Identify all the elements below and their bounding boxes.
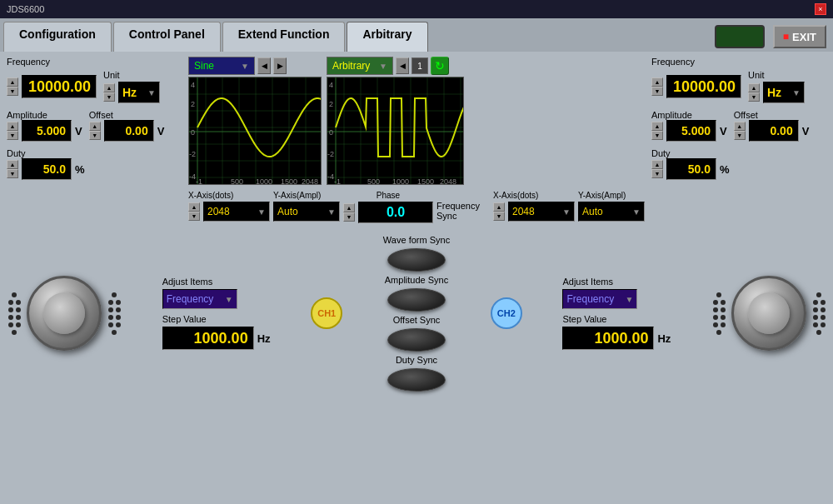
ch1-step-row: 1000.00 Hz [162, 327, 271, 350]
ch2-amp-unit: V [720, 125, 727, 137]
ch1-knob[interactable] [27, 276, 102, 351]
phase-up[interactable]: ▲ [343, 203, 355, 212]
sine-nav-left[interactable]: ◀ [257, 57, 271, 74]
ampl-sync-btn[interactable] [387, 288, 446, 312]
ch2-unit-spinbox[interactable]: ▲ ▼ [748, 83, 760, 102]
ch2-duty-spinbox[interactable]: ▲ ▼ [651, 160, 663, 178]
ch2-freq-display: 10000.00 [666, 75, 741, 98]
phase-spinbox[interactable]: ▲ ▼ [343, 203, 355, 222]
ch1-amp-up[interactable]: ▲ [7, 122, 18, 131]
ch1-duty-row: ▲ ▼ 50.0 % [7, 158, 182, 180]
ch2-step-unit: Hz [657, 332, 671, 345]
ch1-duty-spinbox[interactable]: ▲ ▼ [7, 160, 18, 178]
ch1-offset-spinbox[interactable]: ▲ ▼ [89, 122, 101, 140]
ch2-yaxis-selector[interactable]: Auto ▼ [578, 202, 645, 222]
ch1-offset-label: Offset [89, 110, 165, 120]
tab-control-panel[interactable]: Control Panel [113, 22, 221, 52]
ch1-freq-down[interactable]: ▼ [7, 87, 18, 96]
ch2-unit-up[interactable]: ▲ [748, 83, 760, 92]
ch2-knob-area [711, 276, 826, 351]
ch1-amp-spinbox[interactable]: ▲ ▼ [7, 122, 18, 140]
ch1-freq-display: 10000.00 [22, 75, 97, 98]
ch1-xaxis-down[interactable]: ▼ [188, 212, 200, 221]
ch2-xaxis-down[interactable]: ▼ [493, 212, 505, 221]
sine-nav-right[interactable]: ▶ [273, 57, 287, 74]
ch2-amp-spinbox[interactable]: ▲ ▼ [651, 122, 663, 140]
ch2-adjust-selector[interactable]: Frequency ▼ [562, 289, 637, 309]
ch2-offset-down[interactable]: ▼ [734, 131, 746, 140]
ch2-duty-down[interactable]: ▼ [651, 169, 663, 178]
arb-refresh-btn[interactable]: ↻ [431, 57, 449, 75]
content-area: Frequency ▲ ▼ 10000.00 Unit ▲ ▼ [0, 52, 833, 400]
ch2-freq-down[interactable]: ▼ [651, 87, 663, 96]
ch2-adjust-panel: Adjust Items Frequency ▼ [562, 277, 671, 309]
ch2-offset-up[interactable]: ▲ [734, 122, 746, 131]
ch2-yaxis-panel: Y-Axis(Ampl) Auto ▼ [578, 191, 645, 222]
arb-nav-left[interactable]: ◀ [396, 57, 409, 74]
ch2-duty-up[interactable]: ▲ [651, 160, 663, 169]
ch2-yaxis-label: Y-Axis(Ampl) [578, 191, 645, 200]
ch2-amp-up[interactable]: ▲ [651, 122, 663, 131]
phase-down[interactable]: ▼ [343, 212, 355, 222]
tab-configuration[interactable]: Configuration [3, 22, 112, 52]
ch1-unit-spinbox[interactable]: ▲ ▼ [103, 83, 115, 102]
ch1-amp-down[interactable]: ▼ [7, 131, 18, 140]
ch2-unit-down[interactable]: ▼ [748, 92, 760, 102]
ch2-xaxis-spinbox[interactable]: ▲ ▼ [493, 202, 505, 221]
ch1-yaxis-label: Y-Axis(Ampl) [273, 191, 340, 200]
ch2-amp-row: ▲ ▼ 5.000 V [651, 120, 727, 142]
ch1-xaxis-spinbox[interactable]: ▲ ▼ [188, 202, 200, 221]
phase-label: Phase [377, 191, 400, 200]
ch1-offset-display: 0.00 [104, 120, 154, 142]
ch1-sync-area: CH1 [311, 297, 342, 329]
ampl-sync-label: Amplitude Sync [385, 275, 448, 285]
arb-wave-selector[interactable]: Arbitrary ▼ [327, 57, 393, 75]
ch1-duty-up[interactable]: ▲ [7, 160, 18, 169]
ch1-unit-selector[interactable]: Hz ▼ [118, 82, 160, 103]
duty-sync-btn[interactable] [387, 368, 446, 392]
ch2-knob-dots-right [811, 292, 826, 335]
phase-panel: Phase ▲ ▼ 0.0 [343, 191, 433, 223]
ch2-adjust-label: Adjust Items [562, 277, 671, 287]
ch2-xaxis-selector[interactable]: 2048 ▼ [508, 202, 575, 222]
ch1-freq-spinbox[interactable]: ▲ ▼ [7, 77, 18, 96]
ch1-offset-down[interactable]: ▼ [89, 131, 101, 140]
ch2-freq-spinbox[interactable]: ▲ ▼ [651, 77, 663, 96]
ch1-freq-up[interactable]: ▲ [7, 77, 18, 87]
ch2-step-display: 1000.00 [562, 327, 654, 350]
ch2-panel: Frequency ▲ ▼ 10000.00 Unit ▲ ▼ [651, 57, 826, 180]
ch2-freq-up[interactable]: ▲ [651, 77, 663, 87]
ch1-unit-up[interactable]: ▲ [103, 83, 115, 92]
tab-extend-function[interactable]: Extend Function [222, 22, 346, 52]
ch1-duty-display: 50.0 [22, 158, 72, 180]
ch1-panel: Frequency ▲ ▼ 10000.00 Unit ▲ ▼ [7, 57, 182, 180]
main-container: Configuration Control Panel Extend Funct… [0, 18, 833, 504]
sine-selector-row: Sine ▼ ◀ ▶ [188, 57, 322, 75]
ch1-step-panel: Step Value 1000.00 Hz [162, 314, 271, 350]
ch2-unit-selector[interactable]: Hz ▼ [763, 82, 805, 103]
ch1-step-display: 1000.00 [162, 327, 254, 350]
wave-sync-btn[interactable] [387, 248, 446, 272]
ch1-xaxis-selector[interactable]: 2048 ▼ [203, 202, 270, 222]
ch1-bottom-controls: Adjust Items Frequency ▼ Step Value 1000… [162, 277, 271, 350]
tab-arbitrary[interactable]: Arbitrary [347, 22, 427, 52]
ch1-xaxis-up[interactable]: ▲ [188, 202, 200, 212]
close-button[interactable]: × [815, 3, 826, 15]
ch2-xaxis-up[interactable]: ▲ [493, 202, 505, 212]
ch2-knob[interactable] [731, 276, 806, 351]
ch2-step-panel: Step Value 1000.00 Hz [562, 314, 671, 350]
ch1-yaxis-selector[interactable]: Auto ▼ [273, 202, 340, 222]
ch1-unit-down[interactable]: ▼ [103, 92, 115, 102]
sine-wave-selector[interactable]: Sine ▼ [188, 57, 255, 75]
ch1-knob-dots-left [7, 292, 22, 335]
ch1-duty-down[interactable]: ▼ [7, 169, 18, 178]
offset-sync-btn[interactable] [387, 328, 446, 352]
ch1-offset-up[interactable]: ▲ [89, 122, 101, 131]
exit-button[interactable]: ■ EXIT [773, 25, 826, 48]
ch1-adjust-selector[interactable]: Frequency ▼ [162, 289, 237, 309]
ch2-offset-spinbox[interactable]: ▲ ▼ [734, 122, 746, 140]
ch2-bottom-controls: Adjust Items Frequency ▼ Step Value 1000… [562, 277, 671, 350]
ch2-freq-label: Frequency [651, 57, 826, 67]
ch2-amp-label: Amplitude [651, 110, 727, 120]
ch2-amp-down[interactable]: ▼ [651, 131, 663, 140]
